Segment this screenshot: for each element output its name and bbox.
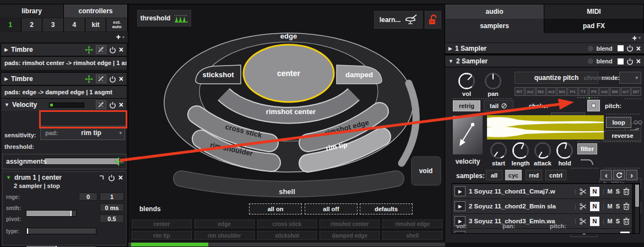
samples-rnd-button[interactable]: rnd	[526, 170, 542, 180]
solo-button[interactable]: S	[616, 188, 620, 195]
range-slider[interactable]	[26, 210, 77, 217]
close-icon[interactable]: ×	[119, 101, 123, 109]
stop-icon[interactable]	[618, 58, 624, 65]
power-icon[interactable]	[108, 174, 115, 181]
trash-icon[interactable]	[623, 202, 630, 210]
interval-button[interactable]: m3	[546, 87, 556, 96]
length-knob[interactable]	[512, 142, 529, 159]
blend-label[interactable]: blend	[596, 58, 612, 65]
range-min-value[interactable]: 0	[79, 192, 98, 201]
bank-tab-kit[interactable]: kit	[85, 18, 107, 31]
blend-cell[interactable]: center	[132, 219, 192, 228]
stop-icon[interactable]	[618, 45, 624, 51]
tail-button[interactable]: tail	[484, 100, 513, 111]
blend-cell[interactable]: rim shoulder	[194, 231, 255, 240]
mode-dropdown[interactable]: ▾	[619, 72, 641, 84]
interval-button[interactable]: M7	[631, 87, 641, 96]
interval-button[interactable]: M2	[536, 87, 546, 96]
next-sample-button[interactable]: ›	[626, 170, 637, 180]
reverse-button[interactable]: reverse	[604, 130, 641, 141]
attack-knob[interactable]	[534, 142, 551, 159]
tab-audio[interactable]: audio	[445, 4, 544, 19]
close-icon[interactable]: ×	[636, 45, 641, 52]
bank-tab-1[interactable]: 1	[0, 18, 21, 31]
cycle-reset-button[interactable]	[613, 170, 625, 180]
close-icon[interactable]: ×	[119, 75, 123, 83]
samples-cntrl-button[interactable]: cntrl	[545, 170, 566, 180]
scissors-icon[interactable]	[580, 218, 587, 225]
collapse-arrow-icon[interactable]: ▶	[448, 46, 452, 51]
pivot-value[interactable]: 0.5	[100, 214, 124, 223]
bank-tab-ext-auto[interactable]: ext. auto	[106, 18, 128, 31]
collapse-arrow-icon[interactable]: ▶	[4, 47, 8, 52]
normalize-button[interactable]: N	[590, 187, 599, 196]
sample-list-scrollbar[interactable]	[635, 184, 639, 234]
loop-infinite-icon[interactable]	[634, 120, 642, 125]
blend-cell[interactable]: shell	[382, 231, 442, 240]
interval-button[interactable]: M3	[557, 87, 567, 96]
tab-samplers[interactable]: samplers	[445, 19, 544, 33]
retrig-button[interactable]: retrig	[453, 100, 480, 111]
power-icon[interactable]	[109, 76, 116, 83]
interval-button[interactable]: P5	[589, 87, 599, 96]
timbre-1-header[interactable]: ▶ Timbre ×	[1, 44, 127, 56]
normalize-button[interactable]: N	[590, 202, 599, 211]
add-sampler-button[interactable]: +	[632, 34, 637, 42]
waveform-display[interactable]	[487, 115, 604, 139]
blends-defaults-button[interactable]: defaults	[360, 203, 413, 214]
mute-button[interactable]: M	[607, 203, 612, 210]
sample-row[interactable]: ▶ 1 Soyuz 11_chord1_Cmaj7.w | N | M S	[452, 184, 632, 198]
interval-button[interactable]: m2	[525, 87, 535, 96]
play-button[interactable]: ▶	[454, 186, 466, 196]
scissors-icon[interactable]	[580, 188, 587, 195]
sample-row[interactable]: ▶ 4 Soyuz 11_chord4_B N	[452, 229, 632, 234]
velocity-pad[interactable]	[453, 116, 483, 154]
add-sampler-caret-icon[interactable]: ▾	[638, 35, 641, 40]
power-icon[interactable]	[109, 46, 116, 53]
solo-button[interactable]: S	[616, 218, 620, 224]
play-button[interactable]: ▶	[454, 231, 466, 234]
blend-cell[interactable]: cross stick	[257, 219, 317, 228]
add-controller-button[interactable]: +	[116, 33, 121, 41]
move-crosshair-icon[interactable]	[85, 46, 93, 54]
blend-cell[interactable]: edge	[194, 219, 255, 228]
interval-button[interactable]: m6	[599, 87, 609, 96]
assignments-move-crosshair-icon[interactable]	[114, 157, 123, 166]
pad-select-dropdown[interactable]: pad: rim tip ▾	[40, 126, 125, 140]
samples-cyc-button[interactable]: cyc	[505, 170, 522, 180]
close-icon[interactable]: ×	[118, 174, 123, 181]
mute-button[interactable]: M	[607, 218, 612, 224]
bank-tab-3[interactable]: 3	[42, 18, 64, 31]
loop-button[interactable]: loop	[606, 117, 631, 128]
range-max-value[interactable]: 1	[100, 192, 124, 201]
interval-button[interactable]: m7	[621, 87, 631, 96]
interval-button[interactable]: P4	[567, 87, 577, 96]
tab-library[interactable]: library	[0, 4, 64, 18]
close-icon[interactable]: ×	[636, 57, 641, 65]
bank-tab-2[interactable]: 2	[21, 18, 43, 31]
solo-button[interactable]: S	[616, 203, 620, 210]
smooth-value[interactable]: 0 ms	[100, 203, 124, 212]
blend-cell[interactable]: stickshot	[257, 231, 317, 240]
samples-all-button[interactable]: all	[486, 170, 502, 180]
blends-all-on-button[interactable]: all on	[249, 203, 302, 214]
stick-mute-button[interactable]	[96, 45, 106, 54]
choke-stop-button[interactable]	[587, 100, 600, 111]
blend-cell[interactable]: rimshot edge	[382, 219, 442, 228]
power-icon[interactable]	[109, 101, 116, 109]
trash-icon[interactable]	[623, 217, 630, 225]
sample-row[interactable]: ▶ 3 Soyuz 11_chord3_Emin.wa | N | M S	[452, 214, 632, 228]
smooth-slider[interactable]	[26, 228, 96, 234]
start-knob[interactable]	[490, 142, 507, 159]
blends-all-off-button[interactable]: all off	[305, 203, 358, 214]
threshold-button[interactable]: threshold	[137, 10, 191, 26]
collapse-arrow-icon[interactable]: ▼	[448, 58, 453, 64]
stick-mute-button[interactable]	[96, 100, 106, 109]
vol-knob[interactable]	[458, 73, 475, 89]
stick-mute-button[interactable]	[96, 74, 106, 83]
interval-button[interactable]: M6	[610, 87, 620, 96]
note-off-icon[interactable]	[98, 174, 105, 181]
tab-midi[interactable]: MIDI	[544, 4, 644, 19]
pan-knob[interactable]	[485, 73, 501, 89]
interval-button[interactable]: RT	[515, 87, 524, 96]
